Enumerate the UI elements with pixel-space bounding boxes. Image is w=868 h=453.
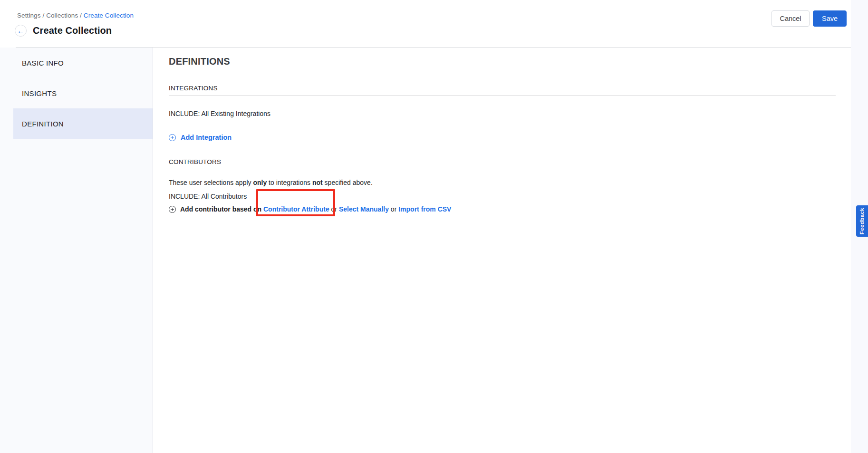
text-segment: not [312,179,323,186]
add-integration-row[interactable]: Add Integration [169,134,836,141]
page-body: BASIC INFO INSIGHTS DEFINITION DEFINITIO… [0,48,851,453]
sidebar-item-definition[interactable]: DEFINITION [13,108,153,139]
back-arrow-icon: ← [17,27,24,34]
text-segment: or [329,205,339,213]
text-segment: These user selections apply [169,179,253,186]
feedback-tab[interactable]: Feedback [856,205,868,237]
add-contributor-row: Add contributor based on Contributor Att… [169,205,836,214]
main-content: DEFINITIONS INTEGRATIONS INCLUDE: All Ex… [153,48,851,453]
save-button[interactable]: Save [813,10,847,27]
import-from-csv-link[interactable]: Import from CSV [398,205,451,213]
feedback-tab-label: Feedback [859,208,865,234]
add-contributor-label: Add contributor based on [180,205,263,213]
breadcrumb: Settings / Collections / Create Collecti… [17,12,134,19]
title-row: ← Create Collection [15,25,112,37]
create-collection-page: Settings / Collections / Create Collecti… [0,0,851,453]
text-segment: or [389,205,398,213]
definitions-heading: DEFINITIONS [169,55,836,67]
contributors-include-line: INCLUDE: All Contributors [169,192,836,201]
plus-circle-icon [169,134,176,141]
integrations-include-line: INCLUDE: All Existing Integrations [169,109,836,118]
sidebar-item-basic-info[interactable]: BASIC INFO [13,48,153,78]
breadcrumb-current: Create Collection [84,12,134,19]
text-segment: specified above. [323,179,373,186]
breadcrumb-path[interactable]: Settings / Collections / [17,12,84,19]
select-manually-link[interactable]: Select Manually [339,205,389,213]
header-divider [16,47,851,48]
header-actions: Cancel Save [772,10,847,27]
text-segment: to integrations [267,179,312,186]
contributors-note: These user selections apply only to inte… [169,178,836,187]
text-segment: only [253,179,267,186]
integrations-divider [169,95,836,96]
add-contributor-options: Add contributor based on Contributor Att… [180,205,451,214]
add-integration-link[interactable]: Add Integration [181,134,231,141]
cancel-button[interactable]: Cancel [772,10,810,27]
plus-circle-icon [169,206,176,213]
contributors-section-label: CONTRIBUTORS [169,158,836,165]
page-title: Create Collection [33,25,112,36]
sidebar: BASIC INFO INSIGHTS DEFINITION [0,48,153,453]
integrations-section-label: INTEGRATIONS [169,85,836,92]
sidebar-item-insights[interactable]: INSIGHTS [13,78,153,108]
page-header: Settings / Collections / Create Collecti… [0,0,851,48]
back-button[interactable]: ← [15,25,27,37]
contributor-attribute-link[interactable]: Contributor Attribute [263,205,329,213]
contributors-divider [169,169,836,169]
